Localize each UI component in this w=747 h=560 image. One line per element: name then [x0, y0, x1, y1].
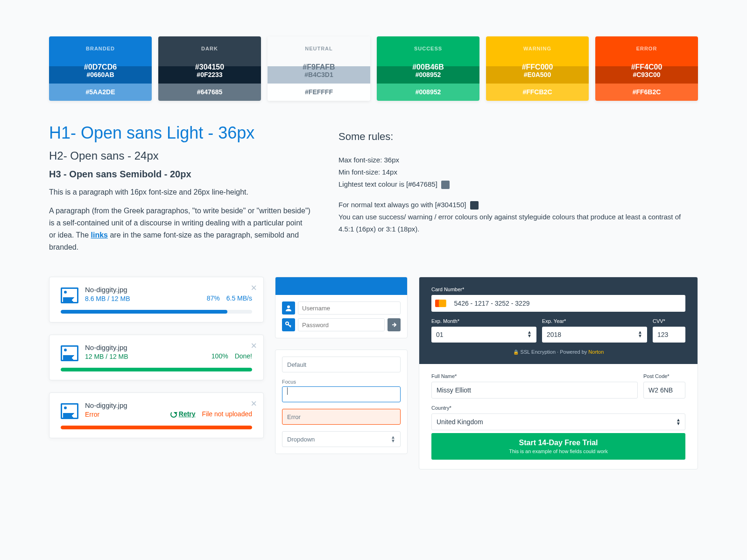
- ssl-notice: 🔒SSL Encryption · Powered by Norton: [431, 349, 685, 355]
- input-states-card: Focus Dropdown ▲▼: [275, 350, 408, 454]
- upload-filename: No-diggity.jpg: [85, 286, 252, 294]
- full-name-label: Full Name*: [431, 373, 638, 379]
- input-error[interactable]: [282, 409, 401, 425]
- dropdown-arrows-icon: ▲▼: [638, 330, 642, 338]
- rule-min-font: Min font-size: 14px: [338, 166, 698, 178]
- progress-bar: [61, 368, 252, 371]
- paragraph-sample-1: This is a paragraph with 16px font-size …: [49, 186, 310, 198]
- rule-max-font: Max font-size: 36px: [338, 154, 698, 166]
- dropdown-arrows-icon: ▲▼: [676, 418, 681, 426]
- username-input[interactable]: [298, 301, 401, 315]
- colour-chip-dark: [470, 201, 479, 210]
- close-icon[interactable]: ×: [251, 340, 257, 352]
- input-focus[interactable]: [282, 386, 401, 402]
- palette-neutral: NEUTRAL#F9FAFB#B4C3D1#FEFFFF: [268, 36, 370, 101]
- progress-bar: [61, 310, 227, 314]
- retry-link[interactable]: Retry: [179, 410, 196, 418]
- password-input[interactable]: [298, 318, 385, 331]
- rule-light-colour: Lightest text colour is [#647685]: [338, 178, 698, 190]
- card-number-input[interactable]: [450, 296, 682, 311]
- post-code-input[interactable]: [643, 382, 685, 399]
- login-card: [275, 277, 408, 338]
- h3-sample: H3 - Open sans Semibold - 20px: [49, 169, 310, 180]
- progress-track: [61, 310, 252, 314]
- input-dropdown[interactable]: Dropdown ▲▼: [282, 431, 401, 447]
- country-input[interactable]: [431, 413, 685, 430]
- key-icon: [282, 318, 295, 331]
- exp-month-input[interactable]: [431, 327, 536, 343]
- lock-icon: 🔒: [513, 350, 519, 355]
- rules-heading: Some rules:: [338, 131, 698, 143]
- user-icon: [282, 301, 295, 315]
- exp-year-input[interactable]: [542, 327, 647, 343]
- rules-panel: Some rules: Max font-size: 36px Min font…: [338, 123, 698, 260]
- progress-track: [61, 368, 252, 371]
- image-icon: [61, 345, 78, 361]
- upload-progress-text: 12 MB / 12 MB: [85, 353, 128, 360]
- upload-card: ×No-diggity.jpg12 MB / 12 MB100%Done!: [49, 335, 264, 380]
- payment-card: Card Number* Exp. Month* ▲▼ Exp. Year* ▲…: [419, 277, 698, 469]
- palette-dark: DARK#304150#0F2233#647685: [158, 36, 261, 101]
- exp-year-label: Exp. Year*: [542, 318, 647, 324]
- link-sample[interactable]: links: [91, 231, 108, 239]
- card-brand-icon: [435, 300, 446, 307]
- login-header: [275, 277, 407, 295]
- cvv-label: CVV*: [653, 318, 685, 324]
- progress-bar: [61, 426, 252, 429]
- colour-chip-light: [441, 181, 450, 189]
- upload-status: RetryFile not uploaded: [170, 410, 252, 418]
- rule-contrast: You can use success/ warning / error col…: [338, 211, 698, 235]
- palette-warning: WARNING#FFC000#E0A500#FFCB2C: [486, 36, 589, 101]
- upload-progress-text: 8.6 MB / 12 MB: [85, 295, 130, 302]
- upload-filename: No-diggity.jpg: [85, 401, 252, 409]
- image-icon: [61, 403, 78, 419]
- dropdown-arrows-icon: ▲▼: [527, 330, 532, 338]
- progress-track: [61, 426, 252, 429]
- close-icon[interactable]: ×: [251, 398, 257, 410]
- ssl-provider-link[interactable]: Norton: [588, 349, 604, 355]
- palette-error: ERROR#FF4C00#C93C00#FF6B2C: [595, 36, 698, 101]
- rule-normal-colour: For normal text always go with [#304150]: [338, 199, 698, 211]
- paragraph-sample-2: A paragraph (from the Greek paragraphos,…: [49, 205, 310, 253]
- upload-status: 100%Done!: [211, 352, 252, 360]
- palette-branded: BRANDED#0D7CD6#0660AB#5AA2DE: [49, 36, 152, 101]
- upload-examples: ×No-diggity.jpg8.6 MB / 12 MB87%6.5 MB/s…: [49, 277, 264, 469]
- retry-icon: [170, 411, 177, 418]
- upload-progress-text: Error: [85, 411, 99, 418]
- upload-card: ×No-diggity.jpg8.6 MB / 12 MB87%6.5 MB/s: [49, 277, 264, 322]
- input-default[interactable]: [282, 357, 401, 372]
- upload-filename: No-diggity.jpg: [85, 343, 252, 351]
- post-code-label: Post Code*: [643, 373, 685, 379]
- upload-card: ×No-diggity.jpgErrorRetryFile not upload…: [49, 392, 264, 438]
- svg-point-0: [287, 306, 290, 308]
- country-label: Country*: [431, 405, 685, 411]
- h1-sample: H1- Open sans Light - 36px: [49, 123, 310, 143]
- h2-sample: H2- Open sans - 24px: [49, 149, 310, 162]
- close-icon[interactable]: ×: [251, 282, 257, 294]
- palette-success: SUCCESS#00B46B#008952#008952: [377, 36, 479, 101]
- exp-month-label: Exp. Month*: [431, 318, 536, 324]
- upload-status: 87%6.5 MB/s: [207, 294, 252, 302]
- image-icon: [61, 287, 78, 303]
- cvv-input[interactable]: [653, 327, 685, 343]
- color-palette-row: BRANDED#0D7CD6#0660AB#5AA2DEDARK#304150#…: [49, 36, 698, 101]
- typography-samples: H1- Open sans Light - 36px H2- Open sans…: [49, 123, 310, 260]
- input-focus-label: Focus: [282, 379, 401, 385]
- card-number-label: Card Number*: [431, 287, 685, 292]
- start-trial-button[interactable]: Start 14-Day Free Trial This is an examp…: [431, 433, 685, 460]
- dropdown-arrows-icon: ▲▼: [391, 435, 395, 443]
- full-name-input[interactable]: [431, 382, 638, 399]
- submit-arrow-icon[interactable]: [388, 318, 401, 331]
